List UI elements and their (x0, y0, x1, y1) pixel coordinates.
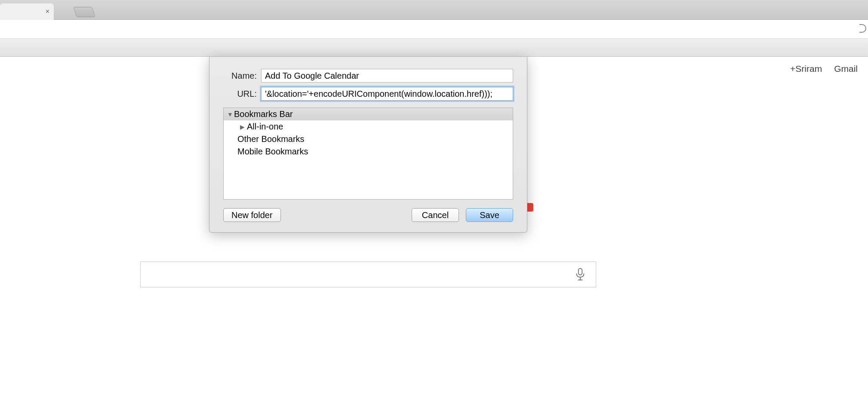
bookmarks-bar[interactable] (0, 39, 868, 57)
folder-label: All-in-one (247, 122, 283, 132)
tab-bar: × (0, 0, 868, 20)
folder-other-bookmarks[interactable]: Other Bookmarks (224, 133, 513, 145)
page-content: +Sriram Gmail Name: URL: Bookmarks Bar (0, 57, 868, 400)
url-field[interactable] (261, 87, 513, 101)
button-group-right: Cancel Save (412, 208, 513, 222)
name-field[interactable] (261, 69, 513, 83)
folder-label: Mobile Bookmarks (237, 147, 308, 157)
plus-user-link[interactable]: +Sriram (790, 64, 822, 74)
edit-bookmark-dialog: Name: URL: Bookmarks Bar All-in-one Othe… (209, 57, 527, 233)
browser-tab[interactable]: × (0, 3, 54, 20)
cancel-button[interactable]: Cancel (412, 208, 459, 222)
save-button[interactable]: Save (466, 208, 513, 222)
chevron-down-icon[interactable] (227, 111, 233, 118)
url-row: URL: (223, 87, 513, 101)
folder-label: Other Bookmarks (237, 134, 305, 144)
search-container (140, 262, 596, 287)
folder-all-in-one[interactable]: All-in-one (224, 120, 513, 133)
reload-icon[interactable] (859, 24, 866, 33)
gmail-link[interactable]: Gmail (834, 64, 858, 74)
folder-label: Bookmarks Bar (234, 109, 293, 119)
address-bar[interactable] (0, 20, 868, 39)
dialog-buttons: New folder Cancel Save (223, 208, 513, 222)
close-tab-icon[interactable]: × (46, 8, 49, 15)
chevron-right-icon[interactable] (240, 123, 246, 130)
svg-rect-0 (579, 268, 582, 275)
folder-mobile-bookmarks[interactable]: Mobile Bookmarks (224, 145, 513, 158)
top-links: +Sriram Gmail (790, 64, 858, 74)
name-label: Name: (223, 71, 257, 81)
name-row: Name: (223, 69, 513, 83)
search-input[interactable] (141, 262, 571, 287)
new-folder-button[interactable]: New folder (223, 208, 281, 222)
folder-bookmarks-bar[interactable]: Bookmarks Bar (224, 108, 513, 120)
new-tab-button[interactable] (73, 7, 95, 17)
folder-tree[interactable]: Bookmarks Bar All-in-one Other Bookmarks… (223, 108, 513, 200)
microphone-icon[interactable] (571, 265, 590, 284)
url-label: URL: (223, 89, 257, 99)
